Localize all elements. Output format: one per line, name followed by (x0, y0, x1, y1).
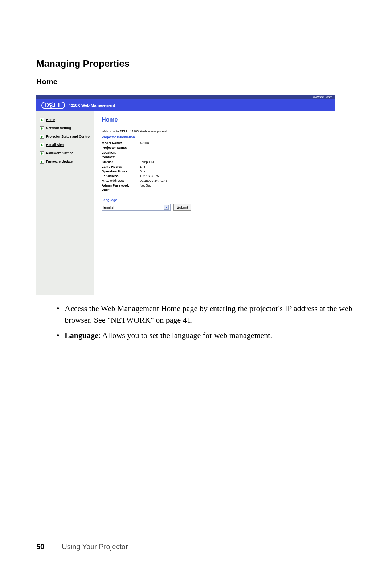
bullet-language: Language: Allows you to set the language… (57, 330, 356, 341)
footer-separator: | (52, 543, 54, 551)
section-language: Language (102, 198, 327, 202)
value: 192.168.3.75 (140, 174, 327, 178)
label: Location: (102, 151, 140, 154)
heading-managing-properties: Managing Properties (36, 58, 356, 69)
row-admin-password: Admin Password:Not Set! (102, 184, 327, 187)
row-model-name: Model Name:4210X (102, 141, 327, 145)
label: MAC Address: (102, 179, 140, 183)
value (140, 151, 327, 154)
value: 1 hr (140, 165, 327, 168)
bullet-access: Access the Web Management Home page by e… (57, 303, 356, 326)
row-lamp-hours: Lamp Hours:1 hr (102, 165, 327, 168)
app-header: DELL 4210X Web Management (36, 99, 335, 111)
content-title: Home (102, 117, 327, 123)
sidebar: Home Network Setting Projector Status an… (36, 111, 94, 295)
row-mac-address: MAC Address:00:1E:C9:3A:71:46 (102, 179, 327, 183)
nav-home[interactable]: Home (40, 118, 91, 122)
arrow-right-icon (40, 160, 44, 164)
page-footer: 50 | Using Your Projector (36, 543, 128, 551)
app-header-title: 4210X Web Management (69, 103, 115, 107)
nav-label: Firmware Update (46, 160, 73, 164)
row-contact: Contact: (102, 155, 327, 159)
label: Operation Hours: (102, 170, 140, 173)
label: Lamp Hours: (102, 165, 140, 168)
nav-email-alert[interactable]: E-mail Alert (40, 143, 91, 147)
label: PPID: (102, 188, 140, 192)
row-location: Location: (102, 151, 327, 154)
value: 00:1E:C9:3A:71:46 (140, 179, 327, 183)
nav-label: Password Setting (46, 151, 74, 155)
arrow-right-icon (40, 151, 44, 155)
row-status: Status:Lamp ON (102, 160, 327, 164)
heading-home: Home (36, 77, 356, 86)
nav-label: Home (46, 118, 55, 122)
url-bar: www.dell.com (36, 95, 335, 99)
value (140, 146, 327, 150)
language-selected-value: English (103, 205, 115, 209)
label: Projector Name: (102, 146, 140, 150)
nav-projector-status[interactable]: Projector Status and Control (40, 135, 91, 139)
nav-label: E-mail Alert (46, 143, 64, 147)
row-ppid: PPID: (102, 188, 327, 192)
value (140, 155, 327, 159)
value: 4210X (140, 141, 327, 145)
row-projector-name: Projector Name: (102, 146, 327, 150)
bullet-language-strong: Language (65, 331, 98, 340)
value: Not Set! (140, 184, 327, 187)
value: 0 hr (140, 170, 327, 173)
bullet-language-rest: : Allows you to set the language for web… (98, 331, 272, 340)
content-panel: Home Welcome to DELL, 4210X Web Manageme… (94, 111, 335, 295)
arrow-right-icon (40, 118, 44, 122)
nav-label: Projector Status and Control (46, 135, 91, 139)
nav-label: Network Setting (46, 126, 71, 130)
submit-button[interactable]: Submit (173, 204, 191, 211)
value (140, 188, 327, 192)
web-management-screenshot: www.dell.com DELL 4210X Web Management H… (36, 95, 335, 295)
description-bullets: Access the Web Management Home page by e… (36, 303, 356, 341)
label: Admin Password: (102, 184, 140, 187)
divider (102, 213, 211, 213)
nav-password-setting[interactable]: Password Setting (40, 151, 91, 155)
page-number: 50 (36, 543, 44, 551)
nav-network-setting[interactable]: Network Setting (40, 126, 91, 130)
welcome-text: Welcome to DELL, 4210X Web Management. (102, 130, 327, 133)
row-operation-hours: Operation Hours:0 hr (102, 170, 327, 173)
dell-logo: DELL (41, 102, 65, 109)
section-projector-info: Projector Information (102, 135, 327, 139)
language-select[interactable]: English (102, 204, 171, 211)
label: Model Name: (102, 141, 140, 145)
row-ip-address: IP Address:192.168.3.75 (102, 174, 327, 178)
label: Status: (102, 160, 140, 164)
nav-firmware-update[interactable]: Firmware Update (40, 160, 91, 164)
chevron-down-icon (164, 205, 169, 210)
arrow-right-icon (40, 126, 44, 130)
value: Lamp ON (140, 160, 327, 164)
label: IP Address: (102, 174, 140, 178)
footer-section-title: Using Your Projector (62, 543, 128, 551)
label: Contact: (102, 155, 140, 159)
arrow-right-icon (40, 135, 44, 139)
arrow-right-icon (40, 143, 44, 147)
